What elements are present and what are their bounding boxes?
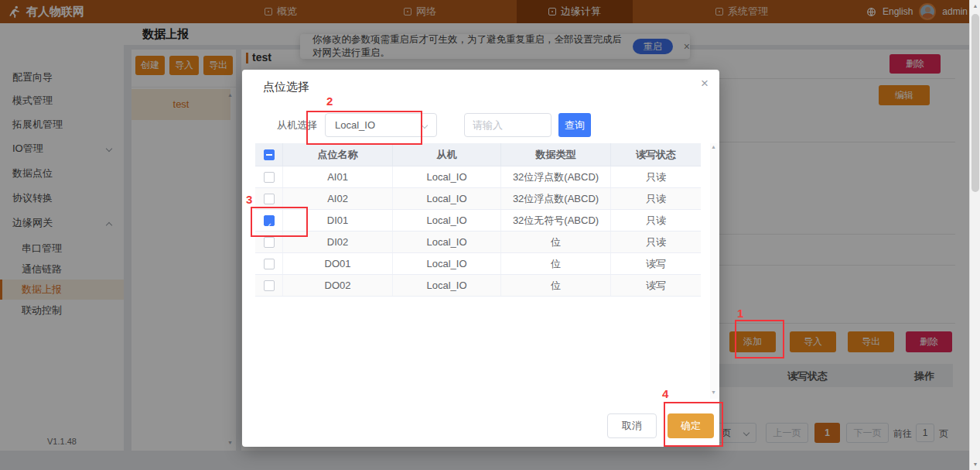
row-checkbox[interactable] — [264, 237, 275, 248]
checkbox-cell — [255, 253, 283, 274]
point-table-body: AI01Local_IO32位浮点数(ABCD)只读AI02Local_IO32… — [255, 166, 701, 297]
rw-status-cell: 只读 — [611, 232, 701, 252]
data-type-cell: 32位无符号(ABCD) — [501, 210, 611, 231]
data-type-cell: 位 — [501, 275, 611, 296]
col-header-type: 数据类型 — [501, 143, 611, 166]
scrollbar-up-icon[interactable]: ▲ — [970, 3, 980, 9]
col-header-slave: 从机 — [393, 143, 501, 166]
slave-cell: Local_IO — [393, 210, 501, 231]
row-checkbox[interactable] — [264, 194, 275, 204]
point-table-header: 点位名称 从机 数据类型 读写状态 — [255, 143, 701, 166]
row-checkbox[interactable] — [264, 280, 275, 291]
col-header-rw: 读写状态 — [611, 143, 701, 166]
scroll-up-icon[interactable]: ▲ — [711, 144, 716, 149]
dialog-scrollbar[interactable]: ▲ ▼ — [710, 143, 718, 399]
row-checkbox[interactable] — [264, 259, 275, 269]
annotation-number-4: 4 — [662, 387, 668, 400]
checkbox-cell — [255, 188, 283, 209]
slave-cell: Local_IO — [393, 253, 501, 274]
rw-status-cell: 只读 — [611, 210, 701, 231]
data-type-cell: 位 — [501, 232, 611, 252]
app-root: 有人物联网 概览网络边缘计算系统管理 English admin 配置向导模式管… — [0, 0, 980, 470]
point-search-input[interactable] — [464, 113, 551, 137]
rw-status-cell: 读写 — [611, 275, 701, 296]
point-select-dialog: 点位选择 × 从机选择 Local_IO 查询 点位名称 从机 数据类型 读写状… — [242, 70, 719, 447]
row-checkbox[interactable] — [264, 172, 275, 183]
slave-select[interactable]: Local_IO — [325, 113, 437, 137]
point-name-cell: DO02 — [283, 275, 393, 296]
point-name-cell: AI01 — [283, 166, 393, 187]
confirm-button[interactable]: 确定 — [668, 413, 714, 438]
checkbox-cell — [255, 210, 283, 231]
cancel-button[interactable]: 取消 — [607, 413, 657, 438]
data-type-cell: 32位浮点数(ABCD) — [501, 188, 611, 209]
rw-status-cell: 只读 — [611, 166, 701, 187]
scrollbar-thumb[interactable] — [971, 14, 979, 192]
slave-cell: Local_IO — [393, 188, 501, 209]
row-checkbox[interactable] — [264, 215, 275, 226]
scroll-down-icon[interactable]: ▼ — [711, 389, 716, 395]
point-row-DO02[interactable]: DO02Local_IO位读写 — [255, 275, 701, 297]
dialog-title: 点位选择 — [263, 80, 309, 94]
point-name-cell: DI01 — [283, 210, 393, 231]
point-row-DO01[interactable]: DO01Local_IO位读写 — [255, 253, 701, 275]
data-type-cell: 位 — [501, 253, 611, 274]
rw-status-cell: 读写 — [611, 253, 701, 274]
point-row-AI02[interactable]: AI02Local_IO32位浮点数(ABCD)只读 — [255, 188, 701, 210]
point-row-DI02[interactable]: DI02Local_IO位只读 — [255, 232, 701, 253]
annotation-number-1: 1 — [737, 307, 743, 320]
annotation-number-2: 2 — [326, 94, 333, 108]
col-header-name: 点位名称 — [283, 143, 393, 166]
annotation-number-3: 3 — [246, 193, 252, 206]
scrollbar-down-icon[interactable]: ▼ — [970, 461, 980, 467]
select-all-checkbox[interactable] — [264, 149, 275, 160]
point-name-cell: DI02 — [283, 232, 393, 252]
checkbox-cell — [255, 275, 283, 296]
slave-cell: Local_IO — [393, 166, 501, 187]
rw-status-cell: 只读 — [611, 188, 701, 209]
browser-scrollbar[interactable]: ▲ ▼ — [969, 0, 980, 470]
slave-select-value: Local_IO — [335, 119, 375, 131]
point-name-cell: AI02 — [283, 188, 393, 209]
point-row-DI01[interactable]: DI01Local_IO32位无符号(ABCD)只读 — [255, 210, 701, 232]
point-name-cell: DO01 — [283, 253, 393, 274]
slave-select-label: 从机选择 — [277, 118, 317, 132]
search-button[interactable]: 查询 — [558, 113, 591, 137]
chevron-down-icon — [422, 122, 428, 129]
dialog-close-icon[interactable]: × — [701, 76, 709, 91]
checkbox-cell — [255, 166, 283, 187]
slave-cell: Local_IO — [393, 275, 501, 296]
slave-cell: Local_IO — [393, 232, 501, 252]
point-table: 点位名称 从机 数据类型 读写状态 AI01Local_IO32位浮点数(ABC… — [255, 143, 701, 297]
point-row-AI01[interactable]: AI01Local_IO32位浮点数(ABCD)只读 — [255, 166, 701, 188]
data-type-cell: 32位浮点数(ABCD) — [501, 166, 611, 187]
